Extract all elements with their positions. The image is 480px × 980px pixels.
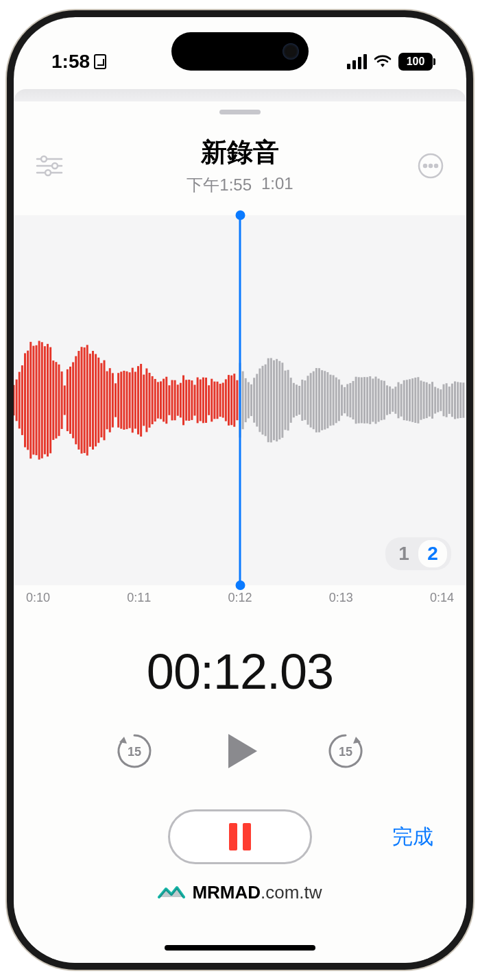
clock-label: 1:58 xyxy=(51,51,90,73)
svg-point-1 xyxy=(41,156,47,162)
svg-point-3 xyxy=(52,163,58,169)
volume-up xyxy=(7,250,8,305)
svg-text:15: 15 xyxy=(128,745,141,759)
home-indicator[interactable] xyxy=(165,945,315,951)
pause-icon xyxy=(229,823,237,850)
skip-back-15-button[interactable]: 15 xyxy=(115,731,154,771)
screen: 1:58 100 xyxy=(14,17,466,963)
volume-down xyxy=(7,319,8,373)
mute-switch xyxy=(7,195,8,223)
recording-duration: 1:01 xyxy=(261,174,293,196)
sheet-header: 新錄音 下午1:55 1:01 xyxy=(14,114,466,196)
svg-point-7 xyxy=(424,164,427,167)
recording-created-time: 下午1:55 xyxy=(187,174,252,196)
tick-label: 0:11 xyxy=(127,591,151,605)
tick-label: 0:14 xyxy=(430,591,454,605)
more-options-button[interactable] xyxy=(416,151,446,181)
tick-label: 0:10 xyxy=(26,591,50,605)
sheet-grabber[interactable] xyxy=(219,110,261,114)
skip-forward-15-button[interactable]: 15 xyxy=(326,731,365,771)
svg-text:15: 15 xyxy=(339,745,352,759)
phone-frame: 1:58 100 xyxy=(7,10,473,970)
cellular-icon xyxy=(347,54,367,69)
recording-sheet: 新錄音 下午1:55 1:01 1 xyxy=(14,101,466,963)
elapsed-time: 00:12.03 xyxy=(14,644,466,700)
watermark: MRMAD.com.tw xyxy=(14,882,466,903)
watermark-domain: .com.tw xyxy=(261,882,322,903)
sim-icon xyxy=(94,54,106,69)
layer-2-button[interactable]: 2 xyxy=(418,540,447,567)
transport-controls: 15 15 xyxy=(14,727,466,775)
play-button[interactable] xyxy=(216,727,264,775)
power-button xyxy=(472,278,473,360)
front-camera-icon xyxy=(283,43,299,60)
dynamic-island xyxy=(171,32,309,71)
battery-pct: 100 xyxy=(407,56,425,68)
layer-selector[interactable]: 1 2 xyxy=(385,537,451,570)
bottom-controls: 完成 xyxy=(14,809,466,864)
battery-icon: 100 xyxy=(398,53,435,71)
done-button[interactable]: 完成 xyxy=(392,823,433,851)
wifi-icon xyxy=(374,55,392,69)
settings-sliders-icon[interactable] xyxy=(34,151,64,181)
svg-point-5 xyxy=(45,170,51,175)
recording-title[interactable]: 新錄音 xyxy=(187,135,293,170)
sheet-backdrop xyxy=(14,89,466,101)
playhead-indicator[interactable] xyxy=(239,215,241,585)
svg-point-9 xyxy=(435,164,437,167)
waveform-area[interactable]: 1 2 xyxy=(14,215,466,585)
watermark-brand: MRMAD xyxy=(192,882,261,903)
tick-label: 0:13 xyxy=(329,591,353,605)
tick-label: 0:12 xyxy=(228,591,252,605)
layer-1-button[interactable]: 1 xyxy=(389,540,418,567)
svg-point-8 xyxy=(429,164,432,167)
pause-icon xyxy=(243,823,251,850)
watermark-logo-icon xyxy=(158,885,185,901)
pause-record-button[interactable] xyxy=(168,809,312,864)
